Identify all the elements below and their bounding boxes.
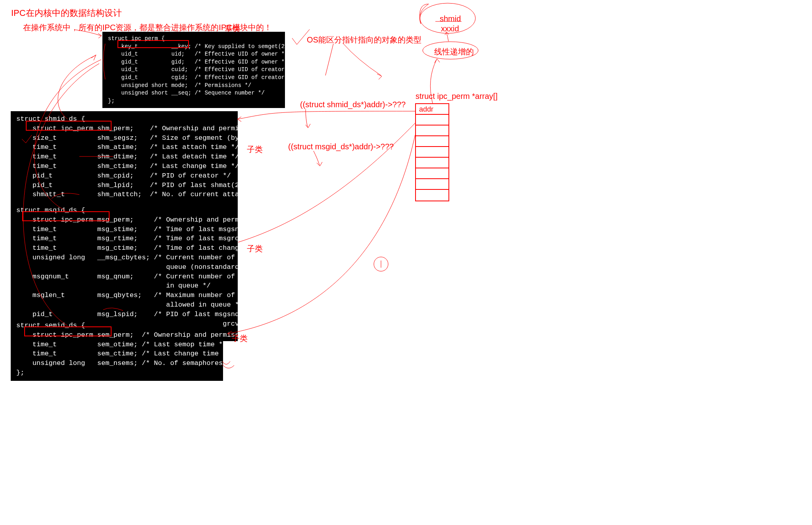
label-xxxid: xxxid (441, 23, 459, 34)
page-title: IPC在内核中的数据结构设计 (11, 7, 122, 19)
label-sub-class-3: 子类 (232, 333, 248, 344)
array-cell (416, 190, 448, 201)
array-cell (416, 158, 448, 168)
label-cast-shmid: ((struct shmid_ds*)addr)->??? (300, 99, 406, 110)
highlight-shm-perm (26, 121, 112, 131)
svg-point-4 (374, 257, 388, 271)
highlight-key (117, 40, 189, 48)
array-cell (416, 115, 448, 125)
label-linear-inc: 线性递增的 (434, 46, 474, 57)
array-cell (416, 125, 448, 136)
highlight-msg-perm (22, 211, 110, 221)
label-shmid: shmid (440, 13, 461, 24)
array-cell (416, 168, 448, 179)
highlight-sem-perm (24, 326, 112, 336)
array-cell-0: addr (416, 104, 448, 115)
label-cast-msgid: ((struct msgid_ds*)addr)->??? (288, 141, 394, 152)
label-os-distinguish: OS能区分指针指向的对象的类型 (307, 34, 421, 45)
label-sub-class-1: 子类 (247, 144, 263, 155)
array-cell (416, 136, 448, 147)
array-table: addr (415, 103, 449, 201)
diagram-canvas: IPC在内核中的数据结构设计 在操作系统中，所有的IPC资源，都是整合进操作系统… (0, 0, 812, 525)
array-cell (416, 147, 448, 158)
label-array-decl: struct ipc_perm *array[] (416, 91, 498, 102)
array-cell (416, 179, 448, 190)
label-sub-class-2: 子类 (247, 243, 263, 254)
